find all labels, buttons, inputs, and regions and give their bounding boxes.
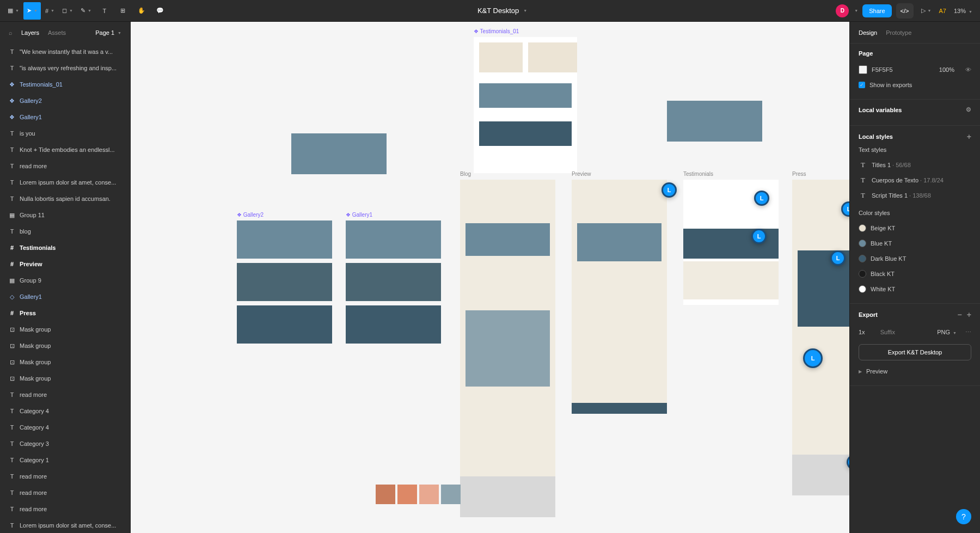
layer-item[interactable]: TLorem ipsum dolor sit amet, conse...	[0, 517, 130, 533]
layer-label: read more	[20, 163, 47, 169]
layer-item[interactable]: ⊡Mask group	[0, 321, 130, 338]
page-bg-swatch[interactable]	[859, 65, 867, 74]
add-style-button[interactable]: +	[967, 132, 971, 141]
layer-item[interactable]: Tblog	[0, 223, 130, 240]
frame-label[interactable]: Gallery2	[237, 212, 264, 218]
layer-item[interactable]: Tread more	[0, 468, 130, 485]
layer-item[interactable]: TLorem ipsum dolor sit amet, conse...	[0, 174, 130, 191]
frame-label[interactable]: Testimonials	[683, 171, 713, 177]
layer-item[interactable]: Tread more	[0, 158, 130, 174]
export-format[interactable]: PNG ▼	[937, 329, 957, 335]
layer-item[interactable]: ❖Testimonials_01	[0, 76, 130, 93]
frame-label[interactable]: Testimonials_01	[474, 28, 519, 34]
share-button[interactable]: Share	[862, 4, 891, 17]
zoom-level[interactable]: 13% ▼	[951, 8, 976, 14]
frame-label[interactable]: Preview	[572, 171, 591, 177]
layer-item[interactable]: ▦Group 9	[0, 272, 130, 289]
layer-item[interactable]: TKnot + Tide embodies an endlessl...	[0, 142, 130, 158]
search-icon[interactable]: ⌕	[9, 29, 13, 36]
color-swatch	[859, 240, 866, 247]
figma-logo-icon: ▦	[8, 7, 13, 14]
layer-label: Gallery1	[20, 114, 42, 120]
frame-label[interactable]: Gallery1	[346, 212, 372, 218]
pen-tool-button[interactable]: ✎▼	[77, 2, 95, 20]
text-tool-button[interactable]: T	[96, 2, 113, 20]
layer-item[interactable]: TCategory 4	[0, 419, 130, 436]
layer-item[interactable]: #Preview	[0, 256, 130, 272]
user-avatar[interactable]: D	[836, 4, 849, 17]
remove-export-button[interactable]: −	[958, 310, 962, 319]
design-tab[interactable]: Design	[859, 29, 877, 36]
visibility-icon[interactable]: 👁	[965, 66, 971, 73]
text-style-item[interactable]: TTitles 1 · 56/68	[859, 157, 971, 173]
layer-item[interactable]: ⊡Mask group	[0, 370, 130, 387]
layer-item[interactable]: ⊡Mask group	[0, 338, 130, 354]
layer-item[interactable]: ▦Group 11	[0, 207, 130, 223]
layer-label: Group 11	[20, 212, 45, 218]
layer-label: Category 4	[20, 408, 49, 414]
move-tool-button[interactable]: ➤▼	[23, 2, 41, 20]
prototype-tab[interactable]: Prototype	[886, 29, 911, 36]
assets-tab[interactable]: Assets	[48, 29, 66, 36]
export-button[interactable]: Export K&T Desktop	[859, 344, 971, 360]
resources-icon: ⊞	[120, 7, 125, 14]
color-style-item[interactable]: Dark Blue KT	[859, 251, 971, 266]
resources-button[interactable]: ⊞	[114, 2, 132, 20]
layer-item[interactable]: Tis you	[0, 125, 130, 142]
missing-fonts-warning[interactable]: A7	[939, 8, 946, 14]
hand-icon: ✋	[138, 7, 145, 14]
layer-item[interactable]: #Testimonials	[0, 240, 130, 256]
color-style-item[interactable]: White KT	[859, 281, 971, 297]
left-panel: ⌕ Layers Assets Page 1 ▼ T"We knew insta…	[0, 22, 131, 533]
show-exports-checkbox[interactable]: ✓	[859, 82, 865, 88]
hand-tool-button[interactable]: ✋	[133, 2, 150, 20]
canvas[interactable]: Testimonials_01 Gallery2	[131, 22, 849, 533]
layers-tab[interactable]: Layers	[21, 29, 39, 36]
layer-item[interactable]: ❖Gallery1	[0, 109, 130, 125]
export-options-icon[interactable]: ⋯	[965, 329, 971, 336]
layer-item[interactable]: Tread more	[0, 501, 130, 517]
layer-item[interactable]: #Press	[0, 305, 130, 321]
color-style-item[interactable]: Black KT	[859, 266, 971, 281]
chevron-right-icon[interactable]: ▶	[859, 369, 862, 374]
layer-item[interactable]: TCategory 4	[0, 403, 130, 419]
layer-item[interactable]: ❖Gallery2	[0, 93, 130, 109]
page-bg-hex[interactable]: F5F5F5	[872, 66, 893, 73]
layer-item[interactable]: ⊡Mask group	[0, 354, 130, 370]
layer-item[interactable]: T"We knew instantly that it was a v...	[0, 44, 130, 60]
export-suffix[interactable]: Suffix	[880, 329, 895, 335]
text-style-item[interactable]: TCuerpos de Texto · 17.8/24	[859, 173, 971, 188]
add-export-button[interactable]: +	[967, 310, 971, 319]
shape-tool-button[interactable]: ◻▼	[59, 2, 76, 20]
frame-label[interactable]: Blog	[460, 171, 471, 177]
frame-tool-button[interactable]: #▼	[42, 2, 58, 20]
page-bg-opacity[interactable]: 100%	[939, 66, 954, 73]
export-scale[interactable]: 1x	[859, 329, 865, 335]
layer-item[interactable]: ◇Gallery1	[0, 289, 130, 305]
chevron-down-icon[interactable]: ▼	[523, 9, 527, 13]
frame-label[interactable]: Press	[792, 171, 806, 177]
color-style-item[interactable]: Blue KT	[859, 236, 971, 251]
layer-item[interactable]: TCategory 1	[0, 452, 130, 468]
export-preview-label[interactable]: Preview	[866, 368, 887, 375]
layer-item[interactable]: Tread more	[0, 485, 130, 501]
layer-item[interactable]: Tread more	[0, 387, 130, 403]
file-name[interactable]: K&T Desktop	[477, 7, 519, 15]
chevron-down-icon: ▼	[15, 9, 19, 13]
layer-item[interactable]: T"is always very refreshing and insp...	[0, 60, 130, 76]
text-style-item[interactable]: TScript Titles 1 · 138/68	[859, 188, 971, 203]
layer-type-icon: T	[9, 130, 15, 137]
settings-icon[interactable]: ⚙	[966, 106, 971, 113]
main-menu-button[interactable]: ▦▼	[4, 2, 22, 20]
dev-mode-button[interactable]: </>	[896, 3, 914, 19]
page-selector[interactable]: Page 1 ▼	[95, 29, 121, 36]
help-button[interactable]: ?	[956, 509, 971, 524]
chevron-down-icon: ▼	[51, 9, 54, 13]
present-button[interactable]: ▷▼	[918, 2, 935, 20]
layer-item[interactable]: TNulla lobortis sapien id accumsan.	[0, 191, 130, 207]
comment-tool-button[interactable]: 💬	[151, 2, 169, 20]
layer-label: Testimonials_01	[20, 81, 63, 88]
layer-item[interactable]: TCategory 3	[0, 436, 130, 452]
color-style-item[interactable]: Beige KT	[859, 220, 971, 236]
chevron-down-icon[interactable]: ▼	[854, 9, 858, 13]
